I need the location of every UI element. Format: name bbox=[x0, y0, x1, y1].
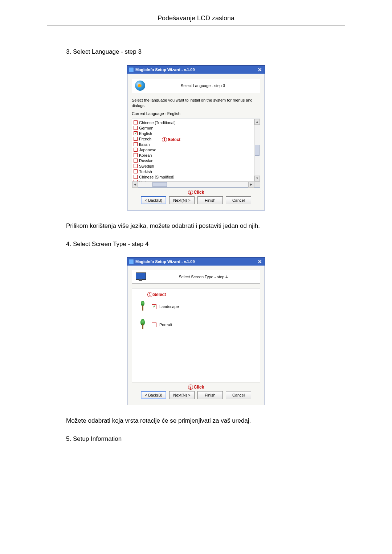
scroll-left-icon[interactable]: ◀ bbox=[132, 182, 138, 188]
back-button[interactable]: < Back(B) bbox=[141, 196, 166, 204]
globe-icon bbox=[135, 81, 145, 91]
checkbox-icon[interactable] bbox=[152, 323, 156, 327]
checkbox-icon[interactable] bbox=[134, 164, 138, 168]
list-item-label: Russian bbox=[139, 159, 154, 163]
step-title: Select Language - step 3 bbox=[149, 83, 257, 88]
monitor-icon bbox=[135, 272, 146, 281]
callout-click-label: Click bbox=[194, 385, 204, 390]
option-label: Portrait bbox=[159, 323, 172, 327]
scroll-thumb[interactable] bbox=[255, 145, 260, 156]
list-item-label: Turkish bbox=[139, 169, 152, 174]
callout-click: 2 Click bbox=[132, 190, 260, 195]
checkbox-icon[interactable] bbox=[134, 120, 138, 124]
list-item[interactable]: German bbox=[134, 125, 253, 131]
screen-type-panel: 1 Select Landscape Portrait bbox=[132, 288, 260, 382]
scroll-right-icon[interactable]: ▶ bbox=[248, 182, 254, 188]
section-heading-3: 3. Select Language - step 3 bbox=[66, 47, 345, 57]
button-row: < Back(B) Next(N) > Finish Cancel bbox=[132, 196, 260, 206]
tree-landscape-icon bbox=[137, 301, 147, 312]
back-button[interactable]: < Back(B) bbox=[141, 391, 166, 399]
next-button[interactable]: Next(N) > bbox=[169, 196, 195, 204]
option-portrait[interactable]: Portrait bbox=[150, 319, 255, 331]
callout-click-label: Click bbox=[194, 190, 204, 195]
section-paragraph-4: Možete odabrati koja vrsta rotacije će s… bbox=[66, 416, 345, 426]
checkbox-icon[interactable] bbox=[134, 126, 138, 130]
section-paragraph-3: Prilikom korištenja više jezika, možete … bbox=[66, 221, 345, 231]
checkbox-icon[interactable] bbox=[134, 131, 138, 135]
current-language-label: Current Language : English bbox=[132, 111, 260, 116]
checkbox-icon[interactable] bbox=[134, 142, 138, 146]
scroll-corner bbox=[254, 181, 260, 187]
scroll-thumb[interactable] bbox=[152, 182, 167, 187]
titlebar: MagicInfo Setup Wizard - v.1.09 ✕ bbox=[127, 66, 265, 74]
list-item[interactable]: Turkish bbox=[134, 169, 253, 174]
list-item-label: Swedish bbox=[139, 164, 154, 168]
wizard-dialog-screentype: MagicInfo Setup Wizard - v.1.09 ✕ Select… bbox=[127, 257, 265, 405]
option-landscape[interactable]: Landscape bbox=[150, 301, 255, 312]
checkbox-icon[interactable] bbox=[134, 153, 138, 157]
scroll-track[interactable] bbox=[138, 182, 248, 187]
list-item[interactable]: Chinese [Traditional] bbox=[134, 120, 253, 125]
close-icon[interactable]: ✕ bbox=[257, 259, 263, 264]
finish-button[interactable]: Finish bbox=[197, 196, 223, 204]
scroll-track[interactable] bbox=[254, 125, 260, 176]
titlebar-text: MagicInfo Setup Wizard - v.1.09 bbox=[135, 67, 257, 72]
callout-number-1-icon: 1 bbox=[147, 292, 152, 297]
callout-select-label: Select bbox=[153, 292, 166, 297]
checkbox-icon[interactable] bbox=[134, 137, 138, 141]
list-item[interactable]: Japanese bbox=[134, 147, 253, 152]
list-item-label: Chinese [Simplified] bbox=[139, 175, 174, 179]
horizontal-scrollbar[interactable]: ◀ ▶ bbox=[132, 181, 254, 187]
button-row: < Back(B) Next(N) > Finish Cancel bbox=[132, 391, 260, 401]
checkbox-icon[interactable] bbox=[134, 148, 138, 152]
checkbox-icon[interactable] bbox=[134, 159, 138, 163]
section-heading-4: 4. Select Screen Type - step 4 bbox=[66, 239, 345, 249]
list-item[interactable]: French bbox=[134, 136, 253, 141]
list-item[interactable]: English bbox=[134, 131, 253, 136]
finish-button[interactable]: Finish bbox=[197, 391, 223, 399]
next-button[interactable]: Next(N) > bbox=[169, 391, 195, 399]
step-panel: Select Screen Type - step 4 bbox=[132, 270, 260, 284]
list-item[interactable]: Chinese [Simplified] bbox=[134, 174, 253, 180]
callout-select: 1 Select bbox=[147, 292, 255, 297]
list-item-label: French bbox=[139, 137, 151, 141]
cancel-button[interactable]: Cancel bbox=[226, 391, 251, 399]
list-item-label: Chinese [Traditional] bbox=[139, 120, 175, 125]
option-label: Landscape bbox=[159, 304, 179, 309]
titlebar-text: MagicInfo Setup Wizard - v.1.09 bbox=[135, 259, 257, 264]
scroll-down-icon[interactable]: ▼ bbox=[254, 176, 260, 181]
checkbox-icon[interactable] bbox=[134, 175, 138, 179]
page-title: Podešavanje LCD zaslona bbox=[47, 15, 345, 25]
language-listbox[interactable]: Chinese [Traditional] German English bbox=[132, 119, 260, 188]
section-heading-5: 5. Setup Information bbox=[66, 434, 345, 444]
titlebar: MagicInfo Setup Wizard - v.1.09 ✕ bbox=[127, 258, 265, 266]
list-item-label: Korean bbox=[139, 153, 152, 157]
list-item-label: German bbox=[139, 126, 154, 130]
checkbox-icon[interactable] bbox=[152, 304, 156, 309]
step-panel: Select Language - step 3 bbox=[132, 78, 260, 93]
cancel-button[interactable]: Cancel bbox=[226, 196, 251, 204]
vertical-scrollbar[interactable]: ▲ ▼ bbox=[254, 119, 260, 181]
list-item-label: Italian bbox=[139, 142, 150, 147]
list-item[interactable]: Swedish bbox=[134, 163, 253, 169]
callout-number-2-icon: 2 bbox=[188, 190, 193, 195]
instruction-text: Select the language you want to install … bbox=[132, 98, 260, 109]
callout-number-2-icon: 2 bbox=[188, 385, 193, 390]
app-icon bbox=[129, 259, 134, 264]
list-item-label: Japanese bbox=[139, 148, 156, 152]
wizard-dialog-language: MagicInfo Setup Wizard - v.1.09 ✕ Select… bbox=[127, 65, 265, 211]
list-item[interactable]: Korean bbox=[134, 152, 253, 158]
tree-portrait-icon bbox=[137, 319, 147, 331]
list-item[interactable]: Russian bbox=[134, 158, 253, 163]
checkbox-icon[interactable] bbox=[134, 169, 138, 173]
scroll-up-icon[interactable]: ▲ bbox=[254, 119, 260, 125]
app-icon bbox=[129, 67, 134, 72]
list-item[interactable]: Italian bbox=[134, 141, 253, 147]
close-icon[interactable]: ✕ bbox=[257, 67, 263, 73]
callout-click: 2 Click bbox=[132, 385, 260, 390]
list-item-label: English bbox=[139, 131, 152, 136]
step-title: Select Screen Type - step 4 bbox=[150, 275, 257, 279]
